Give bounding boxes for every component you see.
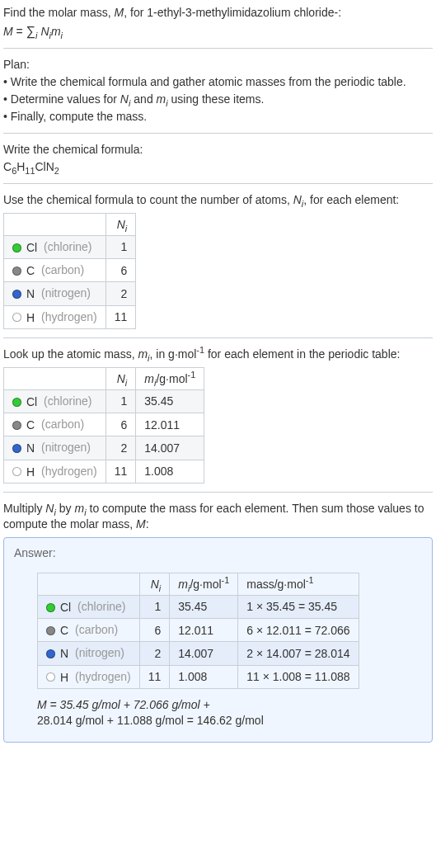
- cell-mass: 2 × 14.007 = 28.014: [238, 642, 359, 665]
- intro-text-pre: Find the molar mass,: [3, 6, 115, 19]
- intro-line: Find the molar mass, M, for 1-ethyl-3-me…: [3, 5, 433, 21]
- cell-m: 1.008: [136, 460, 204, 483]
- answer-title: Answer:: [14, 546, 422, 559]
- element-swatch-icon: [12, 313, 21, 322]
- element-symbol: H: [26, 311, 35, 324]
- element-symbol: N: [60, 648, 68, 661]
- answer-table: Nimi/g·mol-1mass/g·mol-1Cl (chlorine)135…: [37, 573, 359, 689]
- element-name: (chlorine): [37, 240, 91, 253]
- answer-result: M = 35.45 g/mol + 72.066 g/mol + 28.014 …: [37, 697, 422, 729]
- cell-n: 2: [105, 282, 136, 305]
- element-name: (chlorine): [37, 394, 91, 408]
- cell-m: 35.45: [170, 595, 238, 618]
- element-name: (hydrogen): [68, 670, 131, 683]
- cell-n: 11: [105, 460, 136, 483]
- intro-formula: M = ∑i Nimi: [3, 22, 433, 40]
- element-symbol: N: [26, 288, 35, 301]
- answer-result-line1: M = 35.45 g/mol + 72.066 g/mol +: [37, 698, 210, 711]
- divider: [3, 183, 433, 184]
- plan-item: • Determine values for Ni and mi using t…: [3, 92, 433, 107]
- table-row: H (hydrogen)111.00811 × 1.008 = 11.088: [38, 665, 359, 688]
- cell-m: 12.011: [136, 413, 204, 436]
- element-symbol: H: [60, 671, 68, 684]
- cell-n: 2: [139, 642, 170, 665]
- element-swatch-icon: [12, 267, 21, 276]
- element-name: (carbon): [35, 417, 84, 431]
- answer-result-line2: 28.014 g/mol + 11.088 g/mol = 146.62 g/m…: [37, 714, 264, 727]
- cell-m: 14.007: [136, 436, 204, 460]
- cell-mass: 1 × 35.45 = 35.45: [238, 595, 359, 618]
- table-row: C (carbon)6: [4, 259, 136, 282]
- element-symbol: C: [26, 418, 35, 432]
- divider: [3, 48, 433, 49]
- chemical-formula: C6H11ClN2: [3, 159, 433, 175]
- element-name: (nitrogen): [35, 286, 91, 300]
- element-name: (carbon): [68, 623, 118, 636]
- cell-m: 35.45: [136, 389, 204, 413]
- element-swatch-icon: [12, 467, 21, 476]
- element-name: (nitrogen): [68, 646, 124, 659]
- cell-mass: 11 × 1.008 = 11.088: [238, 665, 359, 688]
- table-row: Cl (chlorine)135.451 × 35.45 = 35.45: [38, 595, 359, 618]
- cell-n: 6: [139, 619, 170, 642]
- element-symbol: Cl: [26, 241, 37, 254]
- cell-mass: 6 × 12.011 = 72.066: [238, 619, 359, 642]
- element-swatch-icon: [46, 603, 55, 612]
- cell-n: 6: [105, 259, 136, 282]
- element-symbol: C: [26, 264, 35, 277]
- element-swatch-icon: [12, 243, 21, 252]
- cell-m: 14.007: [170, 642, 238, 665]
- plan-item: • Finally, compute the mass.: [3, 109, 433, 125]
- element-name: (nitrogen): [35, 441, 91, 454]
- element-symbol: N: [26, 442, 35, 455]
- answer-box: Answer: Nimi/g·mol-1mass/g·mol-1Cl (chlo…: [3, 537, 433, 743]
- atomic-mass-table: Nimi/g·mol-1Cl (chlorine)135.45C (carbon…: [3, 367, 204, 484]
- element-symbol: C: [60, 624, 68, 637]
- intro-var-m: M: [115, 6, 124, 19]
- cell-n: 6: [105, 413, 136, 436]
- table-row: N (nitrogen)2: [4, 282, 136, 305]
- element-symbol: Cl: [60, 601, 71, 614]
- element-swatch-icon: [12, 444, 21, 453]
- cell-m: 12.011: [170, 619, 238, 642]
- element-swatch-icon: [46, 626, 55, 635]
- cell-n: 1: [139, 595, 170, 618]
- intro-text-post: , for 1-ethyl-3-methylimidazolium chlori…: [124, 6, 341, 19]
- table-row: Cl (chlorine)135.45: [4, 389, 204, 413]
- plan-title: Plan:: [3, 57, 433, 73]
- divider: [3, 337, 433, 338]
- element-swatch-icon: [46, 649, 55, 658]
- divider: [3, 492, 433, 493]
- element-swatch-icon: [46, 672, 55, 682]
- table-row: N (nitrogen)214.007: [4, 436, 204, 460]
- element-symbol: Cl: [26, 395, 37, 408]
- plan-item: • Write the chemical formula and gather …: [3, 74, 433, 90]
- multiply-prompt: Multiply Ni by mi to compute the mass fo…: [3, 501, 433, 532]
- divider: [3, 133, 433, 134]
- cell-n: 1: [105, 389, 136, 413]
- cell-m: 1.008: [170, 665, 238, 688]
- table-row: C (carbon)612.011: [4, 413, 204, 436]
- atom-count-table: NiCl (chlorine)1C (carbon)6N (nitrogen)2…: [3, 213, 136, 329]
- formula-prompt: Write the chemical formula:: [3, 142, 433, 158]
- plan-list: • Write the chemical formula and gather …: [3, 74, 433, 125]
- masses-prompt: Look up the atomic mass, mi, in g·mol-1 …: [3, 347, 433, 362]
- element-name: (carbon): [35, 263, 84, 276]
- cell-n: 2: [105, 436, 136, 460]
- element-name: (chlorine): [71, 600, 125, 613]
- element-name: (hydrogen): [35, 310, 97, 323]
- element-swatch-icon: [12, 290, 21, 299]
- counts-prompt: Use the chemical formula to count the nu…: [3, 192, 433, 208]
- element-swatch-icon: [12, 421, 21, 430]
- cell-n: 1: [105, 235, 136, 258]
- table-row: H (hydrogen)11: [4, 305, 136, 328]
- table-row: N (nitrogen)214.0072 × 14.007 = 28.014: [38, 642, 359, 665]
- table-row: C (carbon)612.0116 × 12.011 = 72.066: [38, 619, 359, 642]
- table-row: H (hydrogen)111.008: [4, 460, 204, 483]
- element-name: (hydrogen): [35, 465, 97, 478]
- element-swatch-icon: [12, 398, 21, 407]
- cell-n: 11: [139, 665, 170, 688]
- cell-n: 11: [105, 305, 136, 328]
- element-symbol: H: [26, 465, 35, 479]
- table-row: Cl (chlorine)1: [4, 235, 136, 258]
